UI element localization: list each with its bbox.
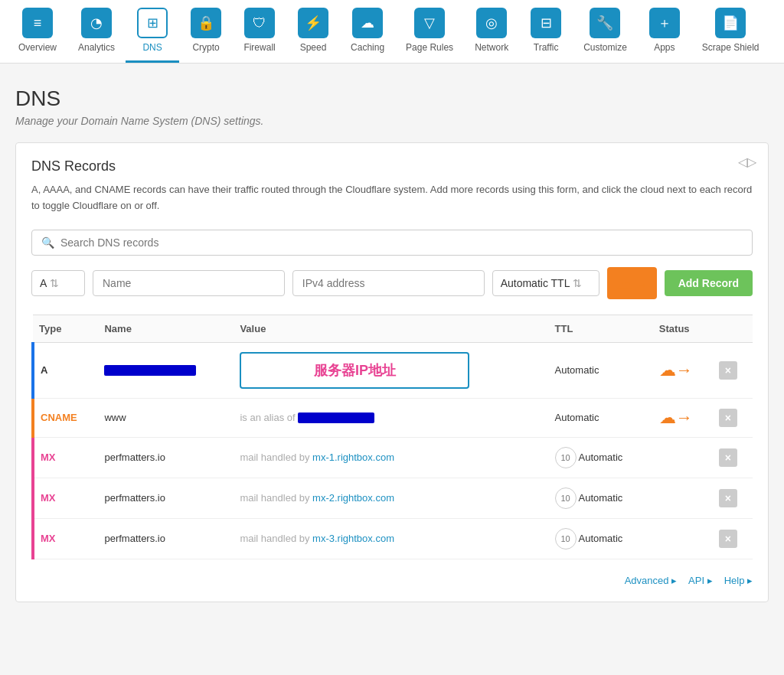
record-type-select[interactable]: A ⇅ <box>31 270 85 296</box>
row-0-status: ☁→ <box>653 342 713 398</box>
nav-item-dns[interactable]: ⊞DNS <box>126 0 179 63</box>
nav-icon-firewall: 🛡 <box>244 8 275 38</box>
page-content: DNS Manage your Domain Name System (DNS)… <box>0 64 784 618</box>
nav-icon-network: ◎ <box>476 8 507 38</box>
type-chevron: ⇅ <box>50 277 59 289</box>
ttl-badge: 10 <box>555 528 577 549</box>
collapse-icon[interactable]: ◁▷ <box>738 155 756 169</box>
row-0-ttl: Automatic <box>549 342 653 398</box>
col-header-name: Name <box>98 315 234 342</box>
nav-item-speed[interactable]: ⚡Speed <box>286 0 340 63</box>
nav-item-analytics[interactable]: ◔Analytics <box>67 0 126 63</box>
ttl-chevron: ⇅ <box>573 277 582 289</box>
nav-item-customize[interactable]: 🔧Customize <box>573 0 638 63</box>
nav-item-overview[interactable]: ≡Overview <box>8 0 67 63</box>
delete-record-button[interactable]: × <box>719 409 737 427</box>
nav-label-firewall: Firewall <box>243 42 275 53</box>
add-record-button[interactable]: Add Record <box>665 270 753 296</box>
record-name-input[interactable] <box>93 270 285 296</box>
row-1-name: www <box>98 398 234 437</box>
nav-label-speed: Speed <box>300 42 327 53</box>
nav-icon-crypto: 🔒 <box>191 8 221 38</box>
nav-label-apps: Apps <box>654 42 675 53</box>
delete-record-button[interactable]: × <box>719 530 737 548</box>
nav-label-scrape-shield: Scrape Shield <box>702 42 760 53</box>
row-3-action: × <box>713 478 753 518</box>
dns-records-card: ◁▷ DNS Records A, AAAA, and CNAME record… <box>15 142 769 602</box>
api-link[interactable]: API ▸ <box>688 575 713 586</box>
table-body: A服务器IP地址Automatic☁→×CNAMEwwwis an alias … <box>33 342 753 559</box>
row-2-status <box>653 437 713 478</box>
help-link[interactable]: Help ▸ <box>724 575 753 586</box>
row-0-value: 服务器IP地址 <box>234 342 548 398</box>
row-2-ttl: 10 Automatic <box>549 437 653 478</box>
record-value-input[interactable] <box>292 270 485 296</box>
advanced-link[interactable]: Advanced ▸ <box>625 575 677 586</box>
row-3-ttl: 10 Automatic <box>549 478 653 518</box>
cloudflare-status-icon[interactable]: ☁→ <box>659 360 693 380</box>
row-2-name: perfmatters.io <box>98 437 234 478</box>
nav-item-caching[interactable]: ☁Caching <box>340 0 395 63</box>
nav-icon-traffic: ⊟ <box>531 8 561 38</box>
search-bar: 🔍 <box>31 230 753 256</box>
row-4-name: perfmatters.io <box>98 518 234 559</box>
row-4-ttl: 10 Automatic <box>549 518 653 559</box>
nav-item-apps[interactable]: ＋Apps <box>638 0 691 63</box>
table-header: Type Name Value TTL Status <box>33 315 753 342</box>
table-row: MXperfmatters.iomail handled by mx-3.rig… <box>33 518 753 559</box>
row-1-type: CNAME <box>33 398 98 437</box>
cloudflare-status-icon[interactable]: ☁→ <box>659 408 693 427</box>
cloudflare-toggle-button[interactable]: ☁ → <box>607 267 657 299</box>
nav-icon-dns: ⊞ <box>137 8 168 38</box>
nav-label-crypto: Crypto <box>192 42 219 53</box>
ttl-badge: 10 <box>555 447 577 468</box>
row-0-type: A <box>33 342 98 398</box>
delete-record-button[interactable]: × <box>719 489 737 507</box>
nav-label-caching: Caching <box>351 42 384 53</box>
nav-icon-customize: 🔧 <box>590 8 620 38</box>
table-row: MXperfmatters.iomail handled by mx-2.rig… <box>33 478 753 518</box>
row-3-name: perfmatters.io <box>98 478 234 518</box>
nav-item-scrape-shield[interactable]: 📄Scrape Shield <box>691 0 770 63</box>
col-header-ttl: TTL <box>549 315 653 342</box>
row-0-name <box>98 342 234 398</box>
nav-icon-apps: ＋ <box>649 8 680 38</box>
cloud-icon: ☁ <box>616 273 633 292</box>
nav-label-customize: Customize <box>583 42 627 53</box>
row-0-action: × <box>713 342 753 398</box>
nav-icon-speed: ⚡ <box>298 8 328 38</box>
nav-item-page-rules[interactable]: ▽Page Rules <box>395 0 464 63</box>
search-icon: 🔍 <box>41 236 54 249</box>
arrow-icon: → <box>637 279 648 291</box>
row-1-status: ☁→ <box>653 398 713 437</box>
card-footer: Advanced ▸ API ▸ Help ▸ <box>31 567 753 586</box>
card-description: A, AAAA, and CNAME records can have thei… <box>31 182 753 214</box>
nav-item-network[interactable]: ◎Network <box>464 0 519 63</box>
nav-icon-overview: ≡ <box>22 8 53 38</box>
nav-item-firewall[interactable]: 🛡Firewall <box>233 0 286 63</box>
delete-record-button[interactable]: × <box>719 448 737 467</box>
row-2-value: mail handled by mx-1.rightbox.com <box>234 437 548 478</box>
row-3-type: MX <box>33 478 98 518</box>
nav-label-traffic: Traffic <box>534 42 559 53</box>
table-row: MXperfmatters.iomail handled by mx-1.rig… <box>33 437 753 478</box>
nav-icon-page-rules: ▽ <box>414 8 445 38</box>
nav-item-traffic[interactable]: ⊟Traffic <box>519 0 573 63</box>
ttl-select[interactable]: Automatic TTL ⇅ <box>492 270 599 296</box>
delete-record-button[interactable]: × <box>719 361 737 380</box>
col-header-value: Value <box>234 315 548 342</box>
nav-label-overview: Overview <box>18 42 57 53</box>
row-1-value: is an alias of <box>234 398 548 437</box>
search-input[interactable] <box>60 236 743 249</box>
nav-label-page-rules: Page Rules <box>406 42 453 53</box>
row-2-action: × <box>713 437 753 478</box>
nav-label-dns: DNS <box>142 42 162 53</box>
row-1-ttl: Automatic <box>549 398 653 437</box>
row-4-status <box>653 518 713 559</box>
row-1-action: × <box>713 398 753 437</box>
nav-icon-caching: ☁ <box>352 8 383 38</box>
row-2-type: MX <box>33 437 98 478</box>
nav-item-crypto[interactable]: 🔒Crypto <box>179 0 233 63</box>
col-header-action <box>713 315 753 342</box>
page-title: DNS <box>15 86 769 111</box>
